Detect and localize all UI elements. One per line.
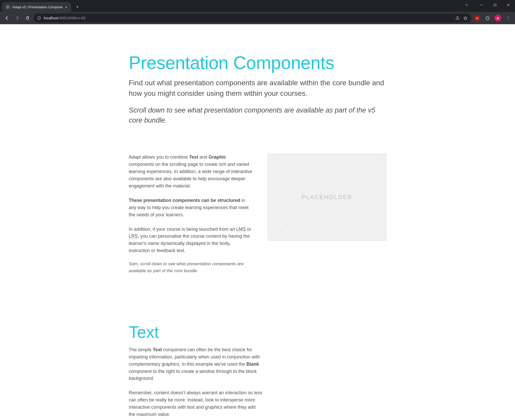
maximize-button[interactable] <box>488 0 502 10</box>
forward-button[interactable] <box>13 14 22 22</box>
minimize-button[interactable] <box>475 0 488 10</box>
placeholder-image: PLACEHOLDER <box>268 154 386 240</box>
placeholder-label: PLACEHOLDER <box>302 194 353 201</box>
svg-rect-1 <box>494 4 496 6</box>
share-icon[interactable] <box>455 16 460 20</box>
url-text: localhost:9001/#/id/co-05 <box>44 16 85 20</box>
globe-icon <box>6 5 10 9</box>
intro-p2: These presentation components can be str… <box>129 197 252 219</box>
browser-toolbar: localhost:9001/#/id/co-05 u A ⋮ <box>0 12 515 24</box>
back-button[interactable] <box>3 14 11 22</box>
close-icon[interactable]: × <box>65 5 67 9</box>
intro-p1: Adapt allows you to combine Text and Gra… <box>129 154 252 190</box>
browser-chrome: Adapt v5 | Presentation Compone × + <box>0 0 515 24</box>
intro-p3: In addition, if your course is being lau… <box>129 226 252 255</box>
site-info-icon[interactable] <box>37 16 41 20</box>
extension-badge[interactable]: u <box>473 14 482 22</box>
intro-graphic: PLACEHOLDER <box>268 154 386 240</box>
extensions-button[interactable] <box>483 14 492 22</box>
svg-rect-4 <box>39 18 39 19</box>
lms-abbr[interactable]: LMS <box>236 227 246 232</box>
tab-title: Adapt v5 | Presentation Compone <box>12 5 63 9</box>
address-bar[interactable]: localhost:9001/#/id/co-05 <box>33 14 471 22</box>
page-lead: Find out what presentation components ar… <box>129 78 386 99</box>
reload-button[interactable] <box>23 14 32 22</box>
page-title: Presentation Components <box>129 53 386 73</box>
new-tab-button[interactable]: + <box>74 3 81 11</box>
browser-tab[interactable]: Adapt v5 | Presentation Compone × <box>2 2 71 12</box>
tab-search-button[interactable] <box>460 0 473 10</box>
intro-instruction: Sam, scroll down to see what presentatio… <box>129 261 252 274</box>
lrs-abbr[interactable]: LRS <box>129 234 138 239</box>
browser-menu-button[interactable]: ⋮ <box>504 14 512 22</box>
close-window-button[interactable] <box>502 0 515 10</box>
intro-block: Adapt allows you to combine Text and Gra… <box>129 154 386 281</box>
text-section-p2: Remember, content doesn't always warrant… <box>129 389 263 418</box>
profile-avatar[interactable]: A <box>493 14 502 22</box>
text-section-title: Text <box>129 323 263 342</box>
window-controls <box>460 0 515 10</box>
tab-strip: Adapt v5 | Presentation Compone × + <box>0 0 515 12</box>
text-section: Text The simple Text component can often… <box>129 323 263 420</box>
svg-point-3 <box>39 17 39 18</box>
intro-text: Adapt allows you to combine Text and Gra… <box>129 154 252 281</box>
bookmark-icon[interactable] <box>463 16 468 20</box>
text-section-p1: The simple Text component can often be t… <box>129 346 263 382</box>
page-instruction: Scroll down to see what presentation com… <box>129 105 386 125</box>
page-viewport[interactable]: Presentation Components Find out what pr… <box>0 24 515 420</box>
